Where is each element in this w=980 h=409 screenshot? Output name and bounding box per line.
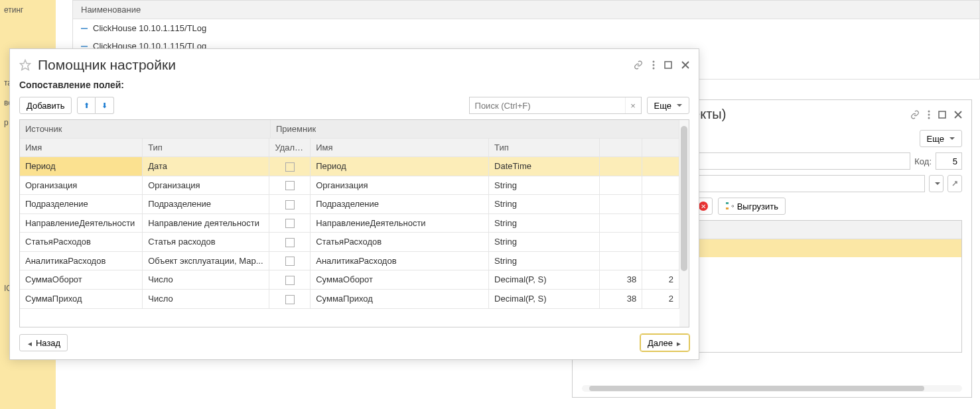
cell-dst-name: СтатьяРасходов	[311, 233, 489, 251]
svg-rect-8	[726, 207, 729, 209]
cell-dst-type: String	[489, 176, 600, 195]
cell-dst-name: Подразделение	[311, 195, 489, 213]
checkbox[interactable]	[285, 181, 295, 190]
cell-scale: 2	[642, 290, 679, 308]
svg-point-10	[653, 61, 655, 63]
cell-precision	[600, 233, 642, 251]
cell-src-name: СтатьяРасходов	[20, 233, 143, 251]
back-button[interactable]: Назад	[19, 334, 68, 351]
svg-rect-3	[939, 111, 945, 118]
svg-point-2	[928, 117, 930, 119]
path-open[interactable]	[947, 175, 962, 192]
cell-src-type: Подразделение	[143, 195, 269, 213]
move-up-button[interactable]	[77, 97, 96, 114]
col-src-type[interactable]: Тип	[143, 139, 269, 156]
kebab-icon[interactable]	[928, 110, 930, 119]
cell-src-name: НаправлениеДеятельности	[20, 214, 143, 233]
sidebar-item[interactable]: етинг	[0, 0, 56, 20]
svg-point-12	[653, 68, 655, 70]
dialog-title: Помощник настройки	[38, 57, 176, 73]
col-src-name[interactable]: Имя	[20, 139, 143, 156]
clear-search-icon[interactable]: ×	[625, 97, 641, 113]
export-button[interactable]: Выгрузить	[718, 198, 786, 215]
col-precision[interactable]	[600, 139, 642, 156]
code-label: Код:	[914, 156, 932, 166]
table-row[interactable]: СтатьяРасходовСтатья расходовСтатьяРасхо…	[20, 233, 679, 252]
cell-dst-type: Decimal(P, S)	[489, 270, 600, 289]
code-input[interactable]	[936, 152, 962, 170]
cell-dst-name: Организация	[311, 176, 489, 195]
checkbox[interactable]	[285, 200, 295, 209]
cell-src-name: АналитикаРасходов	[20, 252, 143, 270]
add-button[interactable]: Добавить	[19, 97, 72, 114]
checkbox[interactable]	[285, 295, 295, 304]
cell-dst-type: String	[489, 214, 600, 233]
kebab-icon[interactable]	[652, 60, 655, 70]
maximize-icon[interactable]	[664, 61, 672, 69]
svg-point-0	[928, 110, 930, 112]
cell-delete[interactable]	[269, 195, 311, 213]
checkbox[interactable]	[285, 238, 295, 247]
col-delete[interactable]: Удалить	[269, 139, 311, 156]
cell-src-type: Направление деятельности	[143, 214, 269, 233]
col-dst-type[interactable]: Тип	[489, 139, 600, 156]
cell-delete[interactable]	[269, 233, 311, 251]
star-icon[interactable]	[19, 59, 31, 71]
cell-dst-type: String	[489, 195, 600, 213]
dialog-subtitle: Сопоставление полей:	[19, 80, 689, 90]
table-row[interactable]: ПериодДатаПериодDateTime	[20, 157, 679, 176]
bg-list-header: Наименование	[73, 1, 979, 19]
cell-delete[interactable]	[269, 157, 311, 176]
cell-delete[interactable]	[269, 214, 311, 233]
dash-icon	[81, 46, 88, 47]
cell-src-type: Число	[143, 290, 269, 308]
arrow-left-icon	[27, 338, 33, 348]
col-dst-name[interactable]: Имя	[311, 139, 489, 156]
horizontal-scrollbar[interactable]	[582, 385, 962, 392]
checkbox[interactable]	[285, 162, 295, 172]
table-row[interactable]: СуммаОборотЧислоСуммаОборотDecimal(P, S)…	[20, 270, 679, 290]
cell-src-type: Организация	[143, 176, 269, 195]
checkbox[interactable]	[285, 257, 295, 266]
cell-delete[interactable]	[269, 252, 311, 270]
maximize-icon[interactable]	[938, 111, 946, 119]
cell-delete[interactable]	[269, 290, 311, 308]
checkbox[interactable]	[285, 276, 295, 285]
path-dropdown[interactable]	[929, 175, 944, 192]
link-icon[interactable]	[634, 60, 643, 70]
cell-precision: 38	[600, 290, 642, 308]
checkbox[interactable]	[285, 219, 295, 228]
vertical-scrollbar[interactable]	[679, 120, 689, 327]
cell-src-name: Организация	[20, 176, 143, 195]
cell-src-type: Дата	[143, 157, 269, 176]
table-row[interactable]: НаправлениеДеятельностиНаправление деяте…	[20, 214, 679, 233]
more-button[interactable]: Еще	[647, 97, 689, 114]
next-button[interactable]: Далее	[640, 334, 689, 351]
col-scale[interactable]	[642, 139, 679, 156]
search-input[interactable]	[470, 101, 625, 111]
cell-precision	[600, 195, 642, 213]
close-icon[interactable]	[954, 111, 962, 119]
cell-delete[interactable]	[269, 176, 311, 195]
cell-dst-name: НаправлениеДеятельности	[311, 214, 489, 233]
table-row[interactable]: СуммаПриходЧислоСуммаПриходDecimal(P, S)…	[20, 290, 679, 309]
cell-dst-name: АналитикаРасходов	[311, 252, 489, 270]
close-icon[interactable]	[681, 61, 689, 69]
cell-src-type: Объект эксплуатации, Мар...	[143, 252, 269, 270]
cell-scale: 2	[642, 270, 679, 289]
search-input-wrap: ×	[469, 97, 642, 114]
cell-src-name: Подразделение	[20, 195, 143, 213]
cell-precision	[600, 252, 642, 270]
bg-list-row[interactable]: ClickHouse 10.10.1.115/TLog	[73, 19, 979, 37]
cell-scale	[642, 176, 679, 195]
table-row[interactable]: ОрганизацияОрганизацияОрганизацияString	[20, 176, 679, 196]
cell-dst-type: Decimal(P, S)	[489, 290, 600, 308]
table-row[interactable]: АналитикаРасходовОбъект эксплуатации, Ма…	[20, 252, 679, 271]
more-button[interactable]: Еще	[920, 130, 962, 147]
table-row[interactable]: ПодразделениеПодразделениеПодразделениеS…	[20, 195, 679, 214]
cell-delete[interactable]	[269, 270, 311, 289]
move-down-button[interactable]	[96, 97, 114, 114]
delete-icon: ✕	[699, 202, 708, 211]
link-icon[interactable]	[910, 110, 920, 119]
cell-src-name: СуммаПриход	[20, 290, 143, 308]
